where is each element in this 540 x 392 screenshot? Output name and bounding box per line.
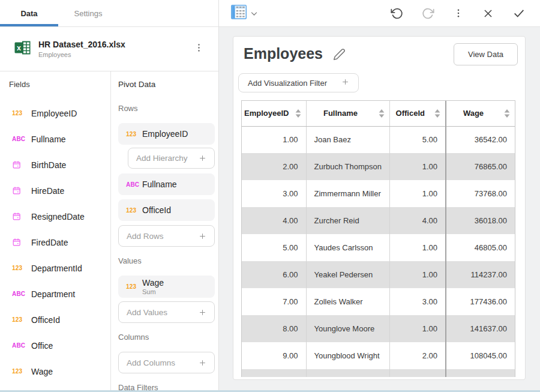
column-header-employeeid[interactable]: EmployeeID: [242, 101, 306, 126]
field-item-hiredate[interactable]: HireDate: [9, 178, 110, 204]
column-header-wage[interactable]: Wage: [446, 101, 515, 126]
add-button-label: Add Values: [127, 308, 167, 317]
numeric-field-icon: 123: [12, 316, 31, 323]
cell-value: 1.00: [389, 261, 446, 288]
column-header-label: OfficeId: [396, 109, 425, 118]
tab-data[interactable]: Data: [0, 0, 58, 27]
pivot-chip-employeeid[interactable]: 123EmployeeID: [118, 123, 215, 145]
datasource-menu-icon[interactable]: [194, 43, 204, 55]
field-item-office[interactable]: ABCOffice: [9, 333, 110, 358]
field-label: Fullname: [142, 179, 177, 189]
column-header-fullname[interactable]: Fullname: [306, 101, 389, 126]
table-row: 9.00Youngblood Wright2.00108045.00: [242, 342, 515, 369]
cell-value: 6.00: [242, 261, 306, 288]
field-item-fireddate[interactable]: FiredDate: [9, 229, 110, 255]
redo-icon[interactable]: [422, 7, 434, 20]
table-row: 4.00Zurcher Reid4.0036018.00: [242, 207, 515, 234]
cell-value: 4.00: [389, 207, 446, 234]
tab-settings[interactable]: Settings: [70, 0, 107, 27]
fields-list: 123EmployeeIDABCFullnameBirthDateHireDat…: [9, 100, 110, 384]
cell-value: 73768.00: [446, 180, 515, 207]
numeric-field-icon: 123: [126, 283, 142, 290]
visualization-type-icon[interactable]: [231, 5, 247, 22]
pivot-chip-fullname[interactable]: ABCFullname: [118, 173, 215, 195]
cell-value: 2.00: [242, 153, 306, 180]
field-item-department[interactable]: ABCDepartment: [9, 281, 110, 307]
sheet-name: Employees: [38, 51, 194, 58]
cell-value: 1.00: [242, 126, 306, 153]
table-row: 2.00Zurbuch Thompson1.0076865.00: [242, 153, 515, 180]
text-field-icon: ABC: [12, 136, 31, 142]
field-label: Department: [31, 289, 75, 299]
chevron-down-icon[interactable]: [250, 9, 259, 18]
edit-title-icon[interactable]: [333, 48, 346, 61]
sort-icon: [434, 109, 440, 118]
cell-value: 7.00: [242, 288, 306, 315]
pivot-data-panel: Pivot Data Rows 123EmployeeIDAdd Hierarc…: [111, 71, 218, 392]
cell-value: 3.00: [242, 180, 306, 207]
column-header-label: EmployeeID: [244, 109, 289, 118]
field-label: FiredDate: [31, 238, 68, 247]
add-button-label: Add Rows: [127, 232, 164, 241]
date-field-icon: [12, 186, 31, 195]
cell-value: 4.00: [242, 207, 306, 234]
field-label: Office: [31, 341, 53, 351]
pivot-chip-wage[interactable]: 123WageSum: [118, 276, 215, 298]
field-item-resigneddate[interactable]: ResignedDate: [9, 204, 110, 229]
field-label: Wage: [31, 367, 53, 376]
table-row: [242, 369, 515, 377]
datasource-texts: HR Dataset_2016.xlsx Employees: [38, 40, 194, 58]
pivot-table: EmployeeIDFullnameOfficeIdWage 1.00Joan …: [241, 100, 515, 377]
column-header-label: Wage: [463, 109, 484, 118]
right-panel: Employees View Data Add Visualization Fi…: [219, 0, 540, 392]
undo-icon[interactable]: [391, 7, 403, 20]
field-label: Fullname: [31, 134, 66, 144]
text-field-icon: ABC: [12, 342, 31, 349]
date-field-icon: [12, 212, 31, 221]
field-label: HireDate: [31, 186, 64, 196]
numeric-field-icon: 123: [126, 131, 142, 137]
pivot-chip-officeid[interactable]: 123OfficeId: [118, 199, 215, 221]
field-label: OfficeId: [31, 315, 60, 325]
table-row: 6.00Yeakel Pedersen1.00114237.00: [242, 261, 515, 288]
close-icon[interactable]: [482, 8, 494, 19]
add-visualization-filter-button[interactable]: Add Visualization Filter: [238, 73, 359, 92]
field-item-birthdate[interactable]: BirthDate: [9, 152, 110, 178]
cell-value: 141637.00: [446, 315, 515, 342]
numeric-field-icon: 123: [12, 265, 31, 271]
field-label: OfficeId: [142, 205, 171, 215]
field-item-wage[interactable]: 123Wage: [9, 358, 110, 384]
cell-value: 9.00: [242, 342, 306, 369]
field-item-employeeid[interactable]: 123EmployeeID: [9, 100, 110, 126]
datasource-row: x HR Dataset_2016.xlsx Employees: [0, 27, 218, 71]
view-data-button[interactable]: View Data: [454, 43, 518, 65]
cell-fullname: Joan Baez: [306, 126, 389, 153]
cell-value: 2.00: [389, 342, 446, 369]
cell-value: 46805.00: [446, 234, 515, 261]
numeric-field-icon: 123: [12, 110, 31, 116]
add-columns-button[interactable]: Add Columns: [118, 352, 215, 373]
cell-value: [446, 369, 515, 377]
field-item-fullname[interactable]: ABCFullname: [9, 126, 110, 152]
add-hierarchy-button[interactable]: Add Hierarchy: [128, 148, 215, 169]
column-header-officeid[interactable]: OfficeId: [389, 101, 446, 126]
field-item-departmentid[interactable]: 123DepartmentId: [9, 255, 110, 281]
add-rows-button[interactable]: Add Rows: [118, 225, 215, 247]
cell-value: 1.00: [389, 153, 446, 180]
cell-value: [389, 369, 446, 377]
cell-value: 3.00: [389, 288, 446, 315]
add-values-button[interactable]: Add Values: [118, 301, 215, 323]
cell-fullname: Zurbuch Thompson: [306, 153, 389, 180]
cell-fullname: Zolleis Walker: [306, 288, 389, 315]
more-options-icon[interactable]: [453, 8, 464, 19]
plus-icon: [199, 359, 206, 367]
field-item-officeid[interactable]: 123OfficeId: [9, 307, 110, 333]
field-label: EmployeeID: [142, 129, 188, 139]
svg-text:x: x: [17, 44, 21, 52]
cell-fullname: Zimmermann Miller: [306, 180, 389, 207]
cell-value: 1.00: [389, 180, 446, 207]
plus-icon: [199, 232, 206, 240]
numeric-field-icon: 123: [126, 207, 142, 214]
tab-bar: Data Settings: [0, 0, 218, 27]
confirm-icon[interactable]: [512, 7, 526, 20]
